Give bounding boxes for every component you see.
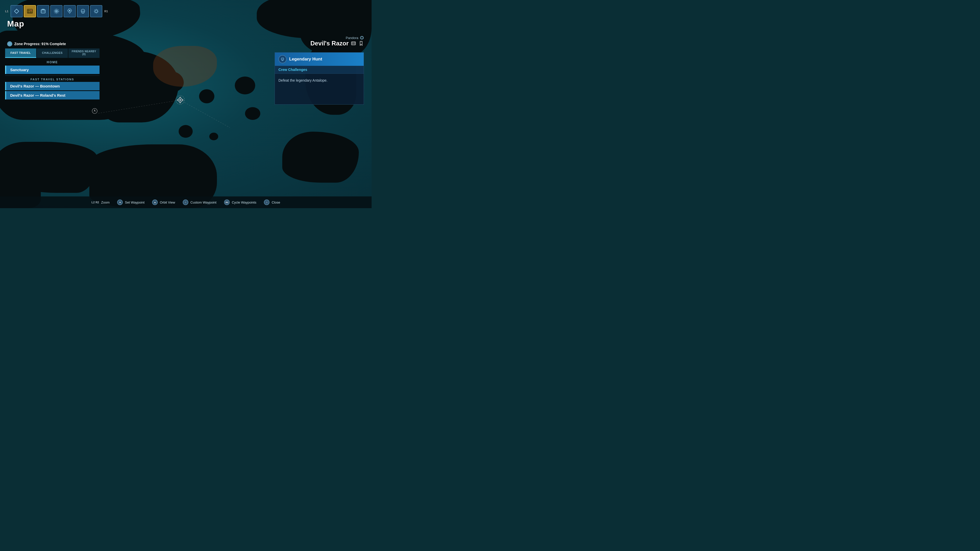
svg-point-18 — [83, 11, 84, 12]
top-navigation: L1 — [5, 5, 108, 17]
land-blob — [235, 76, 255, 94]
svg-point-25 — [360, 36, 363, 39]
nav-icon-crew[interactable] — [90, 5, 102, 17]
nav-icon-challenges[interactable] — [64, 5, 76, 17]
nav-icon-inventory[interactable] — [37, 5, 49, 17]
hint-zoom: L2 R2 Zoom — [91, 200, 110, 204]
nav-icon-map[interactable] — [24, 5, 36, 17]
cycle-waypoints-label: Cycle Waypoints — [232, 200, 256, 204]
hint-cycle-waypoints: R3 Cycle Waypoints — [224, 200, 256, 205]
svg-rect-9 — [27, 9, 32, 13]
bookmark-icon — [358, 41, 364, 46]
location-info: Pandora Devil's Razor — [310, 36, 364, 47]
orbit-view-icon: ▲ — [152, 200, 158, 205]
planet-name: Pandora — [310, 36, 364, 40]
panel-header: Legendary Hunt — [275, 52, 364, 66]
nav-icon-missions[interactable] — [50, 5, 62, 17]
location-boomtown[interactable]: Devil's Razor — Boomtown — [5, 82, 100, 90]
custom-waypoint-icon: ○ — [183, 200, 188, 205]
hint-custom-waypoint: ○ Custom Waypoint — [183, 200, 216, 205]
tab-challenges[interactable]: Challenges — [37, 48, 68, 58]
panel-description: Defeat the legendary Antalope. — [278, 78, 360, 83]
close-icon: ○ — [264, 200, 269, 205]
svg-point-29 — [283, 59, 283, 59]
nav-icon-waypoints[interactable] — [11, 5, 23, 17]
map-icon — [351, 41, 356, 46]
zone-progress-text: Zone Progress: 91% Complete — [14, 42, 66, 46]
svg-rect-8 — [14, 9, 19, 14]
l1-hint: L1 — [5, 10, 8, 13]
zoom-label: Zoom — [101, 200, 110, 204]
nav-icon-skills[interactable] — [77, 5, 89, 17]
home-section-label: HOME — [5, 59, 100, 65]
svg-point-28 — [282, 59, 283, 59]
svg-point-15 — [56, 11, 57, 12]
zone-progress: Zone Progress: 91% Complete — [7, 41, 66, 46]
land-mass — [282, 132, 359, 183]
left-panel: Fast Travel Challenges Friends Nearby (0… — [5, 48, 100, 100]
land-blob — [179, 125, 192, 138]
land-blob — [209, 133, 218, 140]
svg-point-10 — [30, 10, 32, 11]
tab-friends-nearby[interactable]: Friends Nearby (0) — [68, 48, 100, 58]
waypoint-marker[interactable] — [175, 95, 185, 105]
bottom-bar: L2 R2 Zoom ● Set Waypoint ▲ Orbit View ○… — [0, 197, 372, 208]
custom-waypoint-label: Custom Waypoint — [190, 200, 216, 204]
legendary-hunt-panel: Legendary Hunt Crew Challenges Defeat th… — [275, 52, 364, 105]
hint-set-waypoint: ● Set Waypoint — [117, 200, 145, 205]
set-waypoint-icon: ● — [117, 200, 123, 205]
zoom-keys: L2 R2 — [91, 201, 99, 204]
location-rolands-rest[interactable]: Devil's Razor — Roland's Rest — [5, 91, 100, 100]
orbit-view-label: Orbit View — [160, 200, 175, 204]
cycle-waypoints-icon: R3 — [224, 200, 230, 205]
player-icon — [91, 107, 99, 115]
panel-subtitle: Crew Challenges — [275, 66, 364, 74]
svg-point-26 — [360, 37, 363, 38]
hint-close: ○ Close — [264, 200, 280, 205]
svg-rect-11 — [41, 10, 45, 13]
zone-name: Devil's Razor — [310, 40, 364, 47]
zone-icon — [7, 41, 12, 46]
tab-fast-travel[interactable]: Fast Travel — [5, 48, 36, 58]
set-waypoint-label: Set Waypoint — [125, 200, 145, 204]
land-blob — [245, 107, 260, 120]
hint-orbit-view: ▲ Orbit View — [152, 200, 175, 205]
panel-body: Defeat the legendary Antalope. — [275, 74, 364, 104]
svg-point-16 — [69, 10, 70, 11]
svg-rect-27 — [352, 42, 355, 45]
panel-title: Legendary Hunt — [289, 57, 322, 62]
land-blob — [100, 173, 110, 183]
panel-header-icon — [278, 55, 286, 63]
svg-point-17 — [82, 11, 83, 12]
tab-row: Fast Travel Challenges Friends Nearby (0… — [5, 48, 100, 58]
map-title: Map — [7, 19, 24, 29]
land-mass — [199, 89, 215, 103]
planet-icon — [360, 36, 364, 40]
close-label: Close — [272, 200, 280, 204]
fast-travel-label: Fast Travel Stations — [5, 76, 100, 82]
svg-point-24 — [9, 43, 10, 44]
location-sanctuary[interactable]: Sanctuary — [5, 65, 100, 74]
r1-hint: R1 — [104, 10, 108, 13]
land-blob — [72, 166, 84, 177]
svg-point-22 — [95, 10, 97, 13]
